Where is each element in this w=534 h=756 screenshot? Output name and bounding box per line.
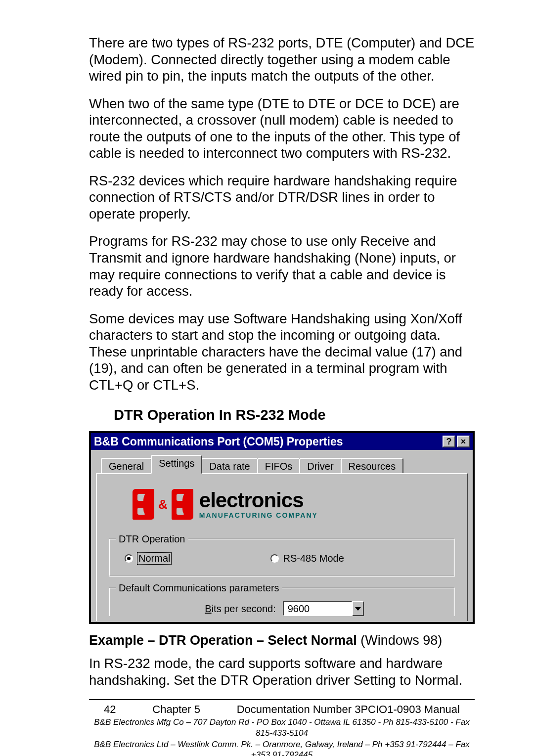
paragraph: Some devices may use Software Handshakin… — [89, 311, 475, 394]
caption-bold: Example – DTR Operation – Select Normal — [89, 633, 360, 648]
bits-per-second-row: Bits per second: 9600 — [125, 601, 444, 616]
tab-settings[interactable]: Settings — [151, 455, 202, 474]
radio-row: Normal RS-485 Mode — [125, 552, 444, 565]
settings-panel: & electronics MANUFACTURING COMPANY DTR … — [96, 473, 468, 621]
bps-combobox[interactable]: 9600 — [283, 601, 364, 616]
properties-dialog: B&B Communications Port (COM5) Propertie… — [91, 433, 473, 622]
window-title: B&B Communications Port (COM5) Propertie… — [94, 435, 441, 448]
tab-data-rate[interactable]: Data rate — [201, 458, 258, 475]
page-number: 42 — [104, 703, 116, 716]
paragraph: There are two types of RS-232 ports, DTE… — [89, 35, 475, 85]
tab-strip: General Settings Data rate FIFOs Driver … — [91, 450, 473, 474]
logo-ampersand: & — [158, 497, 168, 512]
paragraph: RS-232 devices which require hardware ha… — [89, 173, 475, 222]
footer-address-2: B&B Electronics Ltd – Westlink Comm. Pk.… — [89, 739, 475, 756]
close-button[interactable]: × — [457, 436, 470, 447]
caption-rest: (Windows 98) — [360, 633, 442, 648]
figure-caption: Example – DTR Operation – Select Normal … — [89, 633, 475, 648]
bps-label: Bits per second: — [205, 603, 275, 615]
radio-icon — [125, 554, 133, 563]
logo-main-text: electronics — [199, 490, 318, 511]
radio-label: RS-485 Mode — [283, 553, 344, 564]
default-comm-params-group: Default Communications parameters Bits p… — [109, 587, 455, 616]
logo-text: electronics MANUFACTURING COMPANY — [199, 490, 318, 519]
paragraph: Programs for RS-232 may chose to use onl… — [89, 233, 475, 299]
groupbox-title: DTR Operation — [116, 534, 188, 545]
bb-logo: & electronics MANUFACTURING COMPANY — [133, 489, 455, 520]
groupbox-title: Default Communications parameters — [116, 582, 282, 594]
dropdown-arrow-icon[interactable] — [352, 601, 364, 616]
document-page: There are two types of RS-232 ports, DTE… — [0, 0, 534, 756]
tab-general[interactable]: General — [101, 458, 152, 475]
bb-logo-mark: & — [133, 489, 193, 520]
radio-label: Normal — [137, 552, 172, 565]
body-text: There are two types of RS-232 ports, DTE… — [89, 35, 475, 699]
paragraph: When two of the same type (DTE to DTE or… — [89, 95, 475, 162]
footer-rule — [89, 699, 475, 700]
dtr-operation-group: DTR Operation Normal RS-485 Mode — [109, 538, 455, 577]
tab-driver[interactable]: Driver — [299, 458, 341, 475]
section-heading: DTR Operation In RS-232 Mode — [114, 407, 475, 423]
radio-rs485[interactable]: RS-485 Mode — [270, 553, 344, 564]
dialog-screenshot: B&B Communications Port (COM5) Propertie… — [89, 431, 475, 624]
footer-address-1: B&B Electronics Mfg Co – 707 Dayton Rd -… — [89, 717, 475, 738]
bps-value: 9600 — [283, 601, 352, 616]
paragraph: In RS-232 mode, the card supports softwa… — [89, 655, 475, 688]
chapter-label: Chapter 5 — [152, 703, 200, 716]
logo-b-icon — [133, 489, 154, 520]
tab-fifos[interactable]: FIFOs — [257, 458, 301, 475]
logo-b-icon — [172, 489, 193, 520]
tab-resources[interactable]: Resources — [341, 458, 404, 475]
radio-normal[interactable]: Normal — [125, 552, 172, 565]
titlebar: B&B Communications Port (COM5) Propertie… — [91, 433, 473, 450]
logo-sub-text: MANUFACTURING COMPANY — [199, 512, 318, 519]
radio-icon — [270, 554, 279, 563]
doc-number: Documentation Number 3PCIO1-0903 Manual — [237, 703, 460, 716]
help-button[interactable]: ? — [443, 436, 455, 447]
footer-line-1: 42 Chapter 5 Documentation Number 3PCIO1… — [104, 703, 460, 716]
page-footer: 42 Chapter 5 Documentation Number 3PCIO1… — [89, 699, 475, 756]
